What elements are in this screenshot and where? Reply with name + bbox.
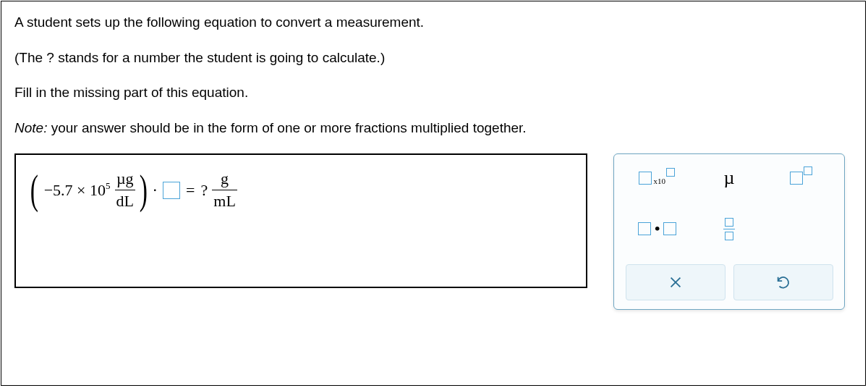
action-row xyxy=(621,264,837,300)
tool-spacer xyxy=(770,214,831,244)
x-icon xyxy=(668,274,684,290)
fraction-bar xyxy=(115,190,135,190)
note-rest: your answer should be in the form of one… xyxy=(47,120,526,135)
tool-scientific-notation[interactable]: x10 xyxy=(627,163,688,193)
undo-icon xyxy=(775,274,791,290)
x10-label: x10 xyxy=(653,177,665,185)
placeholder-exponent-icon xyxy=(666,168,675,177)
coefficient: −5.7 xyxy=(44,181,73,200)
fraction-bar xyxy=(212,190,237,190)
base-ten: 10 xyxy=(90,181,106,200)
coefficient-term: −5.7 × 105 xyxy=(44,181,111,200)
placeholder-exponent-icon xyxy=(804,166,812,175)
given-unit-fraction: µg dL xyxy=(115,169,135,211)
dot-operator: · xyxy=(153,181,158,200)
given-unit-denominator: dL xyxy=(115,192,135,211)
fraction-icon xyxy=(723,218,735,240)
exponent: 5 xyxy=(106,180,111,192)
prompt-note: Note: your answer should be in the form … xyxy=(14,119,852,138)
tool-fraction[interactable] xyxy=(699,214,760,244)
equation-box: ( −5.7 × 105 µg dL ) · = ? g xyxy=(14,153,587,288)
fraction-bar-icon xyxy=(723,229,735,229)
tool-multiply[interactable]: • xyxy=(627,214,688,244)
question-container: A student sets up the following equation… xyxy=(1,1,866,386)
placeholder-box-icon xyxy=(663,222,676,235)
equation: ( −5.7 × 105 µg dL ) · = ? g xyxy=(27,169,239,211)
placeholder-denominator-icon xyxy=(725,232,733,240)
note-prefix: Note: xyxy=(14,120,47,135)
prompt-line-1: A student sets up the following equation… xyxy=(14,13,852,33)
result-unit-denominator: mL xyxy=(212,192,237,211)
placeholder-box-icon xyxy=(790,172,803,185)
result-unit-numerator: g xyxy=(219,169,230,188)
given-unit-numerator: µg xyxy=(115,169,135,188)
placeholder-box-icon xyxy=(638,222,651,235)
tool-row-2: • xyxy=(621,214,837,244)
tool-mu[interactable]: µ xyxy=(699,163,760,193)
question-mark: ? xyxy=(201,181,208,200)
prompt-line-3: Fill in the missing part of this equatio… xyxy=(14,83,852,103)
equals-sign: = xyxy=(186,181,195,200)
prompt-block: A student sets up the following equation… xyxy=(14,13,852,138)
tool-row-1: x10 µ xyxy=(621,163,837,193)
prompt-line-2: (The ? stands for a number the student i… xyxy=(14,48,852,68)
times-sign: × xyxy=(77,181,85,200)
symbol-toolbar: x10 µ • xyxy=(613,153,845,310)
answer-input[interactable] xyxy=(163,182,180,199)
reset-button[interactable] xyxy=(733,264,833,300)
close-paren: ) xyxy=(140,178,148,203)
result-unit-fraction: g mL xyxy=(212,169,237,211)
placeholder-box-icon xyxy=(639,172,652,185)
tool-exponent[interactable] xyxy=(770,163,831,193)
placeholder-numerator-icon xyxy=(725,218,733,227)
open-paren: ( xyxy=(30,178,38,203)
work-area: ( −5.7 × 105 µg dL ) · = ? g xyxy=(14,153,852,310)
clear-button[interactable] xyxy=(626,264,726,300)
mu-glyph: µ xyxy=(723,167,734,189)
